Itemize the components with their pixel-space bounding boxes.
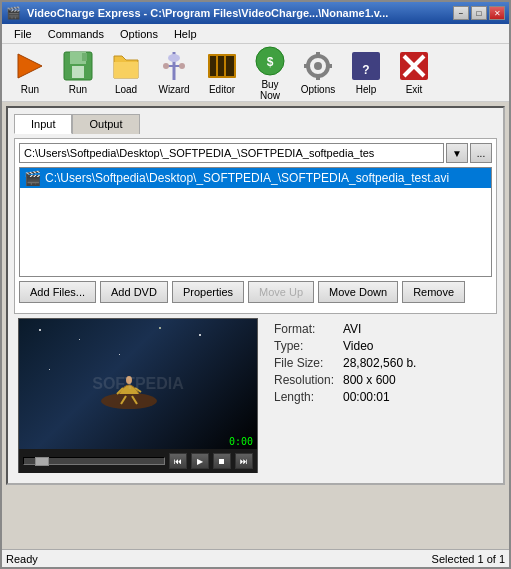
progress-track[interactable] — [23, 457, 165, 465]
options-button[interactable]: Options — [296, 48, 340, 98]
resolution-label: Resolution: — [274, 373, 339, 387]
path-input[interactable] — [19, 143, 444, 163]
svg-rect-11 — [210, 56, 216, 76]
exit-icon — [398, 50, 430, 82]
close-button[interactable]: ✕ — [489, 6, 505, 20]
menu-options[interactable]: Options — [112, 26, 166, 42]
progress-thumb[interactable] — [35, 457, 49, 466]
add-files-button[interactable]: Add Files... — [19, 281, 96, 303]
menu-bar: File Commands Options Help — [2, 24, 509, 44]
svg-rect-21 — [326, 64, 332, 68]
video-preview: SOFTPEDIA 0:00 ⏮ ▶ ⏹ ⏭ — [18, 318, 258, 473]
svg-marker-0 — [18, 54, 42, 78]
svg-rect-13 — [226, 56, 234, 76]
length-label: Length: — [274, 390, 339, 404]
svg-text:?: ? — [362, 63, 369, 77]
maximize-button[interactable]: □ — [471, 6, 487, 20]
exit-button[interactable]: Exit — [392, 48, 436, 98]
save-icon — [62, 50, 94, 82]
load-icon — [110, 50, 142, 82]
path-browse-button[interactable]: ... — [470, 143, 492, 163]
status-left: Ready — [6, 553, 38, 565]
move-down-button[interactable]: Move Down — [318, 281, 398, 303]
wizard-icon — [158, 50, 190, 82]
svg-point-17 — [314, 62, 322, 70]
video-timestamp: 0:00 — [229, 436, 253, 447]
toolbar: Run Run Load — [2, 44, 509, 102]
editor-button[interactable]: Editor — [200, 48, 244, 98]
filesize-label: File Size: — [274, 356, 339, 370]
save-label: Run — [69, 84, 87, 95]
run-icon — [14, 50, 46, 82]
tab-row: Input Output — [14, 114, 497, 134]
options-label: Options — [301, 84, 335, 95]
load-button[interactable]: Load — [104, 48, 148, 98]
format-value: AVI — [343, 322, 361, 336]
file-info: Format: AVI Type: Video File Size: 28,80… — [270, 318, 493, 473]
star — [79, 339, 80, 340]
title-bar-controls: − □ ✕ — [453, 6, 505, 20]
length-value: 00:00:01 — [343, 390, 390, 404]
help-icon: ? — [350, 50, 382, 82]
stop-button[interactable]: ⏹ — [213, 453, 231, 469]
menu-file[interactable]: File — [6, 26, 40, 42]
move-up-button[interactable]: Move Up — [248, 281, 314, 303]
run-label: Run — [21, 84, 39, 95]
options-icon — [302, 50, 334, 82]
resolution-value: 800 x 600 — [343, 373, 396, 387]
menu-help[interactable]: Help — [166, 26, 205, 42]
forward-button[interactable]: ⏭ — [235, 453, 253, 469]
type-label: Type: — [274, 339, 339, 353]
window-title: VideoCharge Express - C:\Program Files\V… — [25, 7, 453, 19]
filesize-value: 28,802,560 b. — [343, 356, 416, 370]
properties-button[interactable]: Properties — [172, 281, 244, 303]
svg-rect-19 — [316, 74, 320, 80]
editor-label: Editor — [209, 84, 235, 95]
minimize-button[interactable]: − — [453, 6, 469, 20]
tab-input[interactable]: Input — [14, 114, 72, 134]
run-button[interactable]: Run — [8, 48, 52, 98]
type-value: Video — [343, 339, 373, 353]
tab-output[interactable]: Output — [72, 114, 139, 134]
rewind-button[interactable]: ⏮ — [169, 453, 187, 469]
file-list[interactable]: 🎬 C:\Users\Softpedia\Desktop\_SOFTPEDIA_… — [19, 167, 492, 277]
help-button[interactable]: ? Help — [344, 48, 388, 98]
video-content: SOFTPEDIA 0:00 — [19, 319, 257, 449]
info-format-row: Format: AVI — [274, 322, 489, 336]
svg-rect-4 — [82, 53, 87, 61]
main-content: Input Output ▼ ... 🎬 C:\Users\Softpedia\… — [2, 102, 509, 509]
help-label: Help — [356, 84, 377, 95]
star — [199, 334, 201, 336]
buynow-button[interactable]: $ Buy Now — [248, 48, 292, 98]
action-row: Add Files... Add DVD Properties Move Up … — [19, 281, 492, 303]
svg-point-6 — [168, 54, 180, 62]
svg-rect-3 — [72, 66, 84, 78]
play-button[interactable]: ▶ — [191, 453, 209, 469]
star — [159, 327, 161, 329]
star — [39, 329, 41, 331]
wizard-button[interactable]: Wizard — [152, 48, 196, 98]
path-dropdown-button[interactable]: ▼ — [446, 143, 468, 163]
path-row: ▼ ... — [19, 143, 492, 163]
file-name: C:\Users\Softpedia\Desktop\_SOFTPEDIA_\S… — [45, 171, 449, 185]
info-filesize-row: File Size: 28,802,560 b. — [274, 356, 489, 370]
svg-point-27 — [101, 393, 157, 409]
info-resolution-row: Resolution: 800 x 600 — [274, 373, 489, 387]
tab-content: ▼ ... 🎬 C:\Users\Softpedia\Desktop\_SOFT… — [14, 138, 497, 314]
menu-commands[interactable]: Commands — [40, 26, 112, 42]
remove-button[interactable]: Remove — [402, 281, 465, 303]
file-list-item[interactable]: 🎬 C:\Users\Softpedia\Desktop\_SOFTPEDIA_… — [20, 168, 491, 188]
exit-label: Exit — [406, 84, 423, 95]
add-dvd-button[interactable]: Add DVD — [100, 281, 168, 303]
buynow-label: Buy Now — [251, 79, 289, 101]
editor-icon — [206, 50, 238, 82]
controls-bar: ⏮ ▶ ⏹ ⏭ — [19, 449, 257, 473]
app-icon: 🎬 — [6, 6, 21, 20]
svg-rect-12 — [218, 56, 224, 76]
bottom-section: SOFTPEDIA 0:00 ⏮ ▶ ⏹ ⏭ — [14, 314, 497, 477]
star — [119, 354, 120, 355]
window-frame: 🎬 VideoCharge Express - C:\Program Files… — [0, 0, 511, 569]
save-button[interactable]: Run — [56, 48, 100, 98]
load-label: Load — [115, 84, 137, 95]
file-icon: 🎬 — [24, 170, 41, 186]
